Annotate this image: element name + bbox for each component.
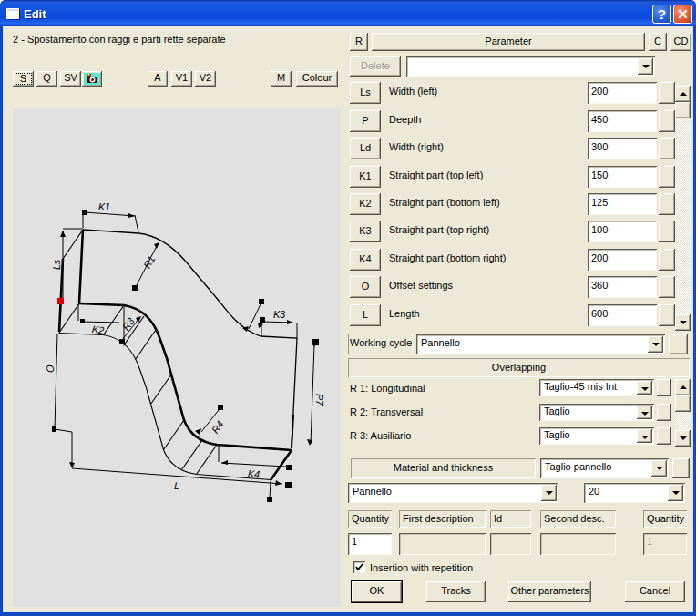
svg-text:K1: K1 [98,201,110,212]
svg-text:P7: P7 [314,394,325,406]
svg-text:R4: R4 [210,419,226,436]
svg-text:O: O [45,364,56,373]
svg-text:L: L [174,480,180,491]
svg-text:Ls: Ls [51,259,62,270]
svg-text:K4: K4 [248,467,261,479]
svg-text:R1: R1 [141,254,157,271]
svg-text:K3: K3 [273,309,286,320]
svg-text:K2: K2 [91,323,105,336]
